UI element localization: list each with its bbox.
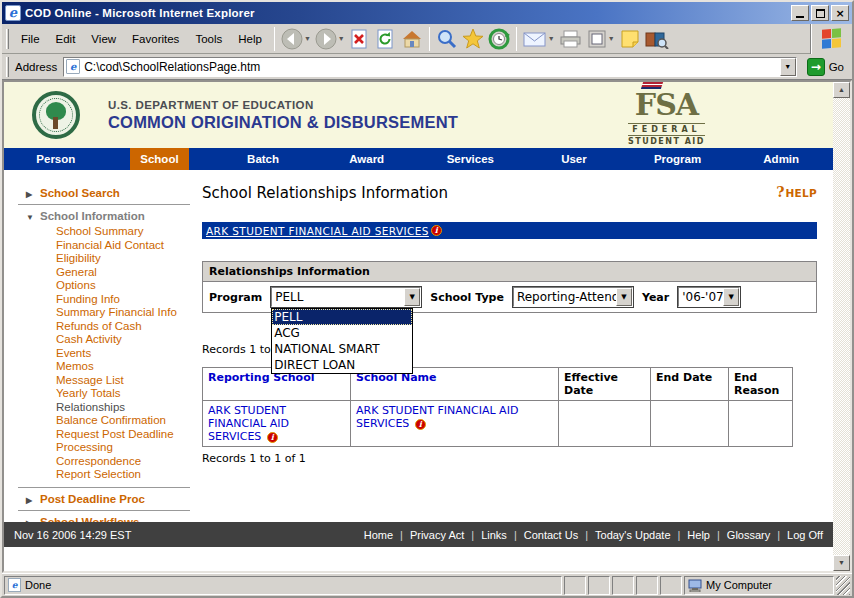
footer-link-privacy-act[interactable]: Privacy Act (410, 529, 464, 541)
sidebar-item-events[interactable]: Events (56, 347, 204, 361)
scroll-down-icon[interactable]: ▼ (833, 555, 850, 571)
notes-button[interactable] (617, 26, 643, 52)
page-icon: e (66, 59, 80, 74)
nav-school[interactable]: School (108, 148, 212, 170)
sidebar-item-cash-activity[interactable]: Cash Activity (56, 333, 204, 347)
refresh-button[interactable] (373, 26, 399, 52)
program-option-direct-loan[interactable]: DIRECT LOAN (272, 357, 412, 373)
resize-grip[interactable] (836, 576, 850, 595)
sidebar-section-post-deadline-proc[interactable]: ▶ Post Deadline Proc (26, 493, 194, 505)
cell-school-name: ARK STUDENT FINANCIAL AID SERVICES i (351, 401, 559, 447)
scroll-up-icon[interactable]: ▲ (833, 82, 850, 98)
discuss-button[interactable] (643, 26, 671, 52)
menu-view[interactable]: View (83, 29, 124, 49)
sidebar-item-relationships[interactable]: Relationships (56, 401, 204, 415)
history-button[interactable] (486, 26, 512, 52)
sidebar-item-report-selection[interactable]: Report Selection (56, 468, 204, 482)
mail-dropdown-icon[interactable]: ▼ (548, 35, 555, 42)
edit-button[interactable]: ▼ (585, 26, 617, 52)
sidebar-item-message-list[interactable]: Message List (56, 374, 204, 388)
nav-batch[interactable]: Batch (211, 148, 315, 170)
menu-edit[interactable]: Edit (48, 29, 84, 49)
zone-text: My Computer (706, 579, 772, 591)
forward-button[interactable]: ▼ (313, 26, 347, 52)
footer-link-contact-us[interactable]: Contact Us (524, 529, 578, 541)
print-button[interactable] (557, 26, 585, 52)
fsa-logo: FSA FEDERAL STUDENT AID (628, 82, 705, 149)
footer-link-links[interactable]: Links (481, 529, 507, 541)
info-icon[interactable]: i (267, 432, 278, 443)
nav-award[interactable]: Award (315, 148, 419, 170)
search-button[interactable] (434, 26, 460, 52)
address-dropdown-icon[interactable]: ▼ (780, 58, 796, 76)
menu-file[interactable]: File (13, 29, 48, 49)
minimize-icon (796, 16, 804, 18)
sidebar-section-school-search[interactable]: ▶ School Search (26, 187, 194, 199)
help-link[interactable]: ? HELP (776, 184, 817, 200)
sidebar-item-funding-info[interactable]: Funding Info (56, 293, 204, 307)
school-banner-link[interactable]: ARK STUDENT FINANCIAL AID SERVICES (206, 225, 429, 237)
menu-favorites[interactable]: Favorites (124, 29, 187, 49)
menu-help[interactable]: Help (230, 29, 270, 49)
minimize-button[interactable] (791, 5, 809, 21)
sidebar-item-correspondence[interactable]: Correspondence (56, 455, 204, 469)
toolbar-grip[interactable] (6, 29, 9, 49)
program-option-acg[interactable]: ACG (272, 325, 412, 341)
sidebar-item-memos[interactable]: Memos (56, 360, 204, 374)
sidebar-item-financial-aid-contact[interactable]: Financial Aid Contact (56, 239, 204, 253)
close-icon: × (835, 7, 844, 20)
nav-user[interactable]: User (522, 148, 626, 170)
school-type-select[interactable]: Reporting-Attending ▼ (513, 287, 633, 307)
home-button[interactable] (399, 26, 425, 52)
program-option-national-smart[interactable]: NATIONAL SMART (272, 341, 412, 357)
favorites-button[interactable] (460, 26, 486, 52)
nav-program[interactable]: Program (626, 148, 730, 170)
back-dropdown-icon[interactable]: ▼ (304, 35, 311, 42)
nav-admin[interactable]: Admin (729, 148, 833, 170)
footer-link-glossary[interactable]: Glossary (727, 529, 770, 541)
sidebar-item-general[interactable]: General (56, 266, 204, 280)
footer-link-help[interactable]: Help (687, 529, 710, 541)
chevron-down-icon[interactable]: ▼ (404, 288, 420, 306)
sidebar-item-school-summary[interactable]: School Summary (56, 225, 204, 239)
sidebar-item-yearly-totals[interactable]: Yearly Totals (56, 387, 204, 401)
info-icon[interactable]: i (431, 225, 442, 236)
mail-button[interactable]: ▼ (521, 26, 557, 52)
back-button[interactable]: ▼ (279, 26, 313, 52)
edit-icon (587, 29, 607, 49)
nav-person[interactable]: Person (4, 148, 108, 170)
school-banner: ARK STUDENT FINANCIAL AID SERVICES i (202, 222, 817, 239)
sidebar-item-eligibility[interactable]: Eligibility (56, 252, 204, 266)
sidebar-section-school-information[interactable]: ▼ School Information (26, 210, 194, 222)
sidebar-item-summary-financial-info[interactable]: Summary Financial Info (56, 306, 204, 320)
addressbar-grip[interactable] (6, 57, 9, 77)
menu-tools[interactable]: Tools (187, 29, 230, 49)
program-select[interactable]: PELL ▼ (271, 287, 421, 307)
footer-link-log-off[interactable]: Log Off (787, 529, 823, 541)
edit-dropdown-icon[interactable]: ▼ (608, 35, 615, 42)
vertical-scrollbar[interactable]: ▲ ▼ (833, 82, 850, 571)
collapsed-triangle-icon: ▶ (26, 190, 40, 199)
go-button[interactable]: → Go (803, 57, 848, 77)
sidebar-item-request-post-deadline-processing[interactable]: Request Post Deadline Processing (56, 428, 204, 455)
sidebar-item-balance-confirmation[interactable]: Balance Confirmation (56, 414, 204, 428)
info-icon[interactable]: i (415, 419, 426, 430)
title-bar[interactable]: e COD Online - Microsoft Internet Explor… (2, 2, 852, 24)
chevron-down-icon[interactable]: ▼ (616, 288, 632, 306)
address-input[interactable] (84, 59, 779, 75)
sidebar-item-options[interactable]: Options (56, 279, 204, 293)
footer-link-home[interactable]: Home (364, 529, 393, 541)
home-icon (401, 29, 423, 49)
footer-link-todays-update[interactable]: Today's Update (595, 529, 670, 541)
school-name-link[interactable]: ARK STUDENT FINANCIAL AID SERVICES (356, 404, 518, 430)
stop-button[interactable] (347, 26, 373, 52)
close-button[interactable]: × (831, 5, 849, 21)
maximize-button[interactable] (811, 5, 829, 21)
program-option-pell[interactable]: PELL (272, 309, 412, 325)
chevron-down-icon[interactable]: ▼ (723, 288, 739, 306)
windows-flag-icon (822, 28, 841, 48)
year-select[interactable]: '06-'07 ▼ (678, 287, 740, 307)
forward-dropdown-icon[interactable]: ▼ (338, 35, 345, 42)
nav-services[interactable]: Services (419, 148, 523, 170)
sidebar-item-refunds-of-cash[interactable]: Refunds of Cash (56, 320, 204, 334)
